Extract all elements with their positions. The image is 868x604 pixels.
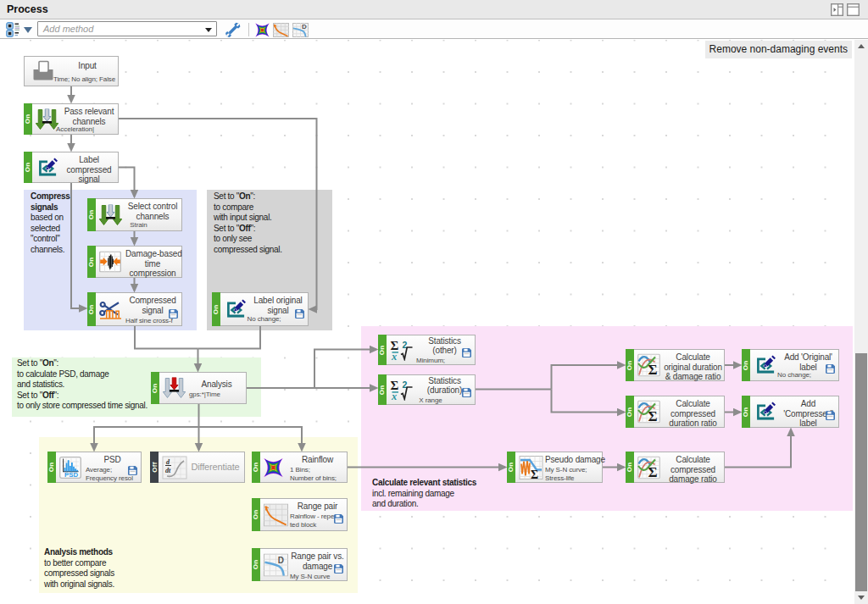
svg-text:PSD: PSD <box>64 471 78 479</box>
svg-text:D: D <box>278 555 284 564</box>
svg-text:Σ: Σ <box>648 464 658 479</box>
svg-text:Σ: Σ <box>531 468 538 479</box>
svg-text:dt: dt <box>165 467 171 474</box>
svg-text:D: D <box>302 23 307 30</box>
svg-text:Σ: Σ <box>648 362 658 377</box>
svg-text:Σ: Σ <box>648 408 658 424</box>
